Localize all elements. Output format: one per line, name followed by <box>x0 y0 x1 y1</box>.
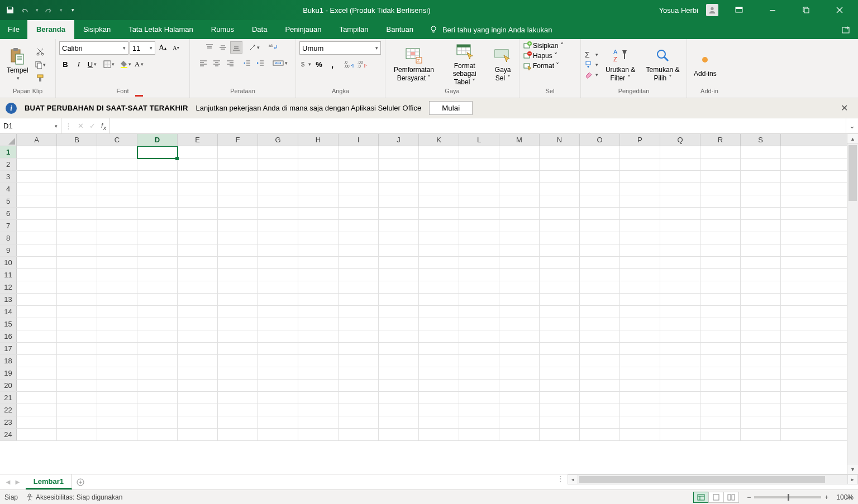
cell[interactable] <box>499 318 540 330</box>
increase-font-button[interactable]: A▴ <box>156 42 169 54</box>
cell[interactable] <box>178 220 218 232</box>
enter-formula-icon[interactable]: ✓ <box>89 122 96 130</box>
cell[interactable] <box>137 244 178 257</box>
select-all-button[interactable] <box>0 134 17 146</box>
paste-button[interactable]: Tempel ▾ <box>3 47 32 81</box>
align-center-button[interactable] <box>211 57 223 69</box>
underline-button[interactable]: U▾ <box>86 58 98 70</box>
cell[interactable] <box>258 183 298 195</box>
cell[interactable] <box>57 343 97 355</box>
cell[interactable] <box>137 183 178 195</box>
font-size-combo[interactable]: 11▾ <box>130 41 155 55</box>
cell[interactable] <box>298 146 339 159</box>
cell[interactable] <box>339 269 379 281</box>
cell[interactable] <box>17 269 57 281</box>
cell[interactable] <box>540 355 580 367</box>
cell[interactable] <box>298 306 339 318</box>
cell[interactable] <box>700 159 741 171</box>
cell[interactable] <box>741 195 781 208</box>
cell[interactable] <box>580 220 620 232</box>
cell[interactable] <box>178 294 218 306</box>
cell[interactable] <box>660 220 700 232</box>
cell[interactable] <box>339 404 379 416</box>
cell[interactable] <box>178 159 218 171</box>
cell[interactable] <box>700 404 741 416</box>
cell[interactable] <box>499 404 540 416</box>
cell[interactable] <box>17 208 57 220</box>
cell[interactable] <box>499 146 540 159</box>
row-header[interactable]: 8 <box>0 232 17 244</box>
cell[interactable] <box>298 343 339 355</box>
cell[interactable] <box>97 318 137 330</box>
cell[interactable] <box>339 392 379 404</box>
cell[interactable] <box>700 318 741 330</box>
cell[interactable] <box>218 429 258 441</box>
cell[interactable] <box>620 416 660 429</box>
fx-icon[interactable]: fx <box>101 121 106 131</box>
cell[interactable] <box>57 183 97 195</box>
cell[interactable] <box>298 269 339 281</box>
align-top-button[interactable] <box>203 41 216 54</box>
cell[interactable] <box>741 367 781 380</box>
cell[interactable] <box>339 195 379 208</box>
column-header[interactable]: B <box>57 134 97 146</box>
cell[interactable] <box>700 294 741 306</box>
cell[interactable] <box>137 220 178 232</box>
cell[interactable] <box>97 159 137 171</box>
cell[interactable] <box>459 416 499 429</box>
cell[interactable] <box>499 294 540 306</box>
cell[interactable] <box>258 244 298 257</box>
cell[interactable] <box>298 232 339 244</box>
cell[interactable] <box>258 343 298 355</box>
cell[interactable] <box>620 380 660 392</box>
cell[interactable] <box>298 367 339 380</box>
cell[interactable] <box>178 269 218 281</box>
cell[interactable] <box>419 183 459 195</box>
cell[interactable] <box>57 416 97 429</box>
cell[interactable] <box>540 269 580 281</box>
column-header[interactable]: H <box>298 134 339 146</box>
cell[interactable] <box>700 244 741 257</box>
cell[interactable] <box>178 208 218 220</box>
cell[interactable] <box>419 343 459 355</box>
cell[interactable] <box>17 257 57 269</box>
cell[interactable] <box>137 294 178 306</box>
cell[interactable] <box>741 171 781 183</box>
cell[interactable] <box>580 343 620 355</box>
cell[interactable] <box>178 355 218 367</box>
cell[interactable] <box>660 416 700 429</box>
cell[interactable] <box>17 367 57 380</box>
cell[interactable] <box>379 208 419 220</box>
cell[interactable] <box>218 281 258 294</box>
scroll-up-icon[interactable]: ▲ <box>847 134 858 144</box>
cell[interactable] <box>419 330 459 343</box>
cell[interactable] <box>178 343 218 355</box>
cell[interactable] <box>660 306 700 318</box>
cell[interactable] <box>258 220 298 232</box>
format-cells-button[interactable]: Format ˅ <box>523 61 559 70</box>
cell[interactable] <box>379 367 419 380</box>
cell[interactable] <box>620 171 660 183</box>
cell[interactable] <box>580 416 620 429</box>
cell[interactable] <box>178 146 218 159</box>
cell[interactable] <box>741 257 781 269</box>
column-header[interactable]: J <box>379 134 419 146</box>
cell[interactable] <box>499 269 540 281</box>
cell[interactable] <box>218 294 258 306</box>
cell[interactable] <box>741 355 781 367</box>
row-header[interactable]: 16 <box>0 330 17 342</box>
tab-data[interactable]: Data <box>243 20 276 39</box>
cell[interactable] <box>298 171 339 183</box>
wrap-text-button[interactable]: ab <box>266 41 283 54</box>
cell[interactable] <box>700 257 741 269</box>
cell[interactable] <box>700 220 741 232</box>
cell[interactable] <box>540 404 580 416</box>
cell[interactable] <box>660 183 700 195</box>
vertical-scrollbar[interactable]: ▲ ▼ <box>847 134 858 474</box>
row-header[interactable]: 11 <box>0 269 17 281</box>
cell[interactable] <box>298 257 339 269</box>
cell[interactable] <box>17 306 57 318</box>
row-header[interactable]: 3 <box>0 171 17 183</box>
cell[interactable] <box>218 171 258 183</box>
cell[interactable] <box>700 416 741 429</box>
